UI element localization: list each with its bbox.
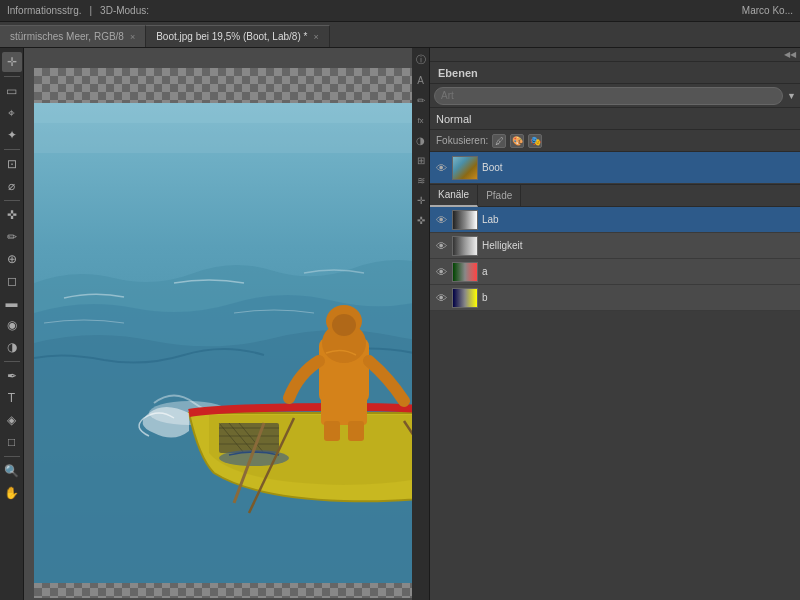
- tool-divider-3: [4, 200, 20, 201]
- svg-rect-3: [219, 423, 279, 453]
- tool-hand[interactable]: ✋: [2, 483, 22, 503]
- tool-divider-2: [4, 149, 20, 150]
- layer-thumb-boot: [452, 156, 478, 180]
- layer-filter-row: ▼: [430, 84, 800, 108]
- layers-panel: Ebenen ▼ Normal Fokusieren: 🖊 🎨 🎭: [430, 62, 800, 185]
- blend-mode-row: Normal: [430, 108, 800, 130]
- kanal-thumb-b: [452, 288, 478, 308]
- layer-thumb-boot-img: [453, 157, 477, 179]
- kanal-thumb-a: [452, 262, 478, 282]
- svg-rect-14: [321, 395, 367, 425]
- filter-dropdown-icon[interactable]: ▼: [787, 91, 796, 101]
- left-toolbar: ✛ ▭ ⌖ ✦ ⊡ ⌀ ✜ ✏ ⊕ ◻ ▬ ◉ ◑ ✒ T ◈ □ 🔍 ✋: [0, 48, 24, 600]
- svg-rect-15: [324, 421, 340, 441]
- focus-row: Fokusieren: 🖊 🎨 🎭: [430, 130, 800, 152]
- layer-eye-boot[interactable]: 👁: [434, 161, 448, 175]
- kanal-name-helligkeit: Helligkeit: [482, 240, 796, 251]
- kanal-name-b: b: [482, 292, 796, 303]
- tool3-icon[interactable]: ✛: [413, 192, 429, 208]
- tab-kanaele[interactable]: Kanäle: [430, 185, 478, 207]
- kanaele-panel: Kanäle Pfade 👁 Lab 👁 H: [430, 185, 800, 600]
- tab1-close[interactable]: ×: [130, 32, 135, 42]
- kanal-eye-a[interactable]: 👁: [434, 266, 448, 278]
- focus-icon-mask[interactable]: 🎭: [528, 134, 542, 148]
- tool-zoom[interactable]: 🔍: [2, 461, 22, 481]
- kanal-thumb-helligkeit: [452, 236, 478, 256]
- kanal-name-a: a: [482, 266, 796, 277]
- tool-text[interactable]: T: [2, 388, 22, 408]
- svg-rect-16: [348, 421, 364, 441]
- focus-icon-brush[interactable]: 🖊: [492, 134, 506, 148]
- canvas-area[interactable]: →|: 0 Px ↓: 255 Px ↗: [24, 48, 412, 600]
- tool-shape[interactable]: □: [2, 432, 22, 452]
- kanal-thumb-b-img: [453, 289, 477, 307]
- tab2-label: Boot.jpg bei 19,5% (Boot, Lab/8) *: [156, 31, 307, 42]
- toolbar-separator: |: [86, 5, 95, 16]
- tool-spot-heal[interactable]: ✜: [2, 205, 22, 225]
- svg-rect-18: [34, 103, 412, 123]
- info-icon[interactable]: ⓘ: [413, 52, 429, 68]
- layers-panel-title: Ebenen: [438, 67, 478, 79]
- adjust2-icon[interactable]: ◑: [413, 132, 429, 148]
- tool-select-rect[interactable]: ▭: [2, 81, 22, 101]
- top-toolbar: Informationsstrg. | 3D-Modus: Marco Ko..…: [0, 0, 800, 22]
- focus-icon-paint[interactable]: 🎨: [510, 134, 524, 148]
- tool-divider-1: [4, 76, 20, 77]
- tool-divider-4: [4, 361, 20, 362]
- toolbar-right: Marco Ko...: [739, 5, 796, 16]
- tab2-close[interactable]: ×: [313, 32, 318, 42]
- kanal-thumb-lab-img: [453, 211, 477, 229]
- tool-divider-5: [4, 456, 20, 457]
- tool-brush[interactable]: ✏: [2, 227, 22, 247]
- tool-gradient[interactable]: ▬: [2, 293, 22, 313]
- tool-crop[interactable]: ⊡: [2, 154, 22, 174]
- type-icon[interactable]: A: [413, 72, 429, 88]
- layer-item-boot[interactable]: 👁 Boot: [430, 152, 800, 184]
- tool-eraser[interactable]: ◻: [2, 271, 22, 291]
- layers-panel-header: Ebenen: [430, 62, 800, 84]
- tool-eyedropper[interactable]: ⌀: [2, 176, 22, 196]
- tab-pfade[interactable]: Pfade: [478, 185, 521, 207]
- main-layout: ✛ ▭ ⌖ ✦ ⊡ ⌀ ✜ ✏ ⊕ ◻ ▬ ◉ ◑ ✒ T ◈ □ 🔍 ✋: [0, 48, 800, 600]
- kanal-eye-helligkeit[interactable]: 👁: [434, 240, 448, 252]
- kanal-row-a[interactable]: 👁 a: [430, 259, 800, 285]
- kanal-thumb-lab: [452, 210, 478, 230]
- focus-label: Fokusieren:: [436, 135, 488, 146]
- tab1-label: stürmisches Meer, RGB/8: [10, 31, 124, 42]
- toolbar-items: 3D-Modus:: [97, 5, 152, 16]
- layer-filter-input[interactable]: [434, 87, 783, 105]
- fx-icon[interactable]: fx: [413, 112, 429, 128]
- tab-stuermisches[interactable]: stürmisches Meer, RGB/8 ×: [0, 25, 146, 47]
- kanal-eye-b[interactable]: 👁: [434, 292, 448, 304]
- tool-path-select[interactable]: ◈: [2, 410, 22, 430]
- tool-magic-wand[interactable]: ✦: [2, 125, 22, 145]
- layer-name-boot: Boot: [482, 162, 796, 173]
- grid2-icon[interactable]: ⊞: [413, 152, 429, 168]
- panels-col: ◀◀ Ebenen ▼ Normal Fokusieren:: [430, 48, 800, 600]
- kanal-row-b[interactable]: 👁 b: [430, 285, 800, 311]
- tool-clone-stamp[interactable]: ⊕: [2, 249, 22, 269]
- tabs-row: stürmisches Meer, RGB/8 × Boot.jpg bei 1…: [0, 22, 800, 48]
- kanal-thumb-a-img: [453, 263, 477, 281]
- panel-expand-top[interactable]: ◀◀: [430, 48, 800, 62]
- filter2-icon[interactable]: ≋: [413, 172, 429, 188]
- tool4-icon[interactable]: ✜: [413, 212, 429, 228]
- right-section: ⓘ A ✏ fx ◑ ⊞ ≋ ✛ ✜ ◀◀ Ebenen: [412, 48, 800, 600]
- expand-top-icon: ◀◀: [784, 50, 796, 59]
- brush2-icon[interactable]: ✏: [413, 92, 429, 108]
- toolbar-info: Informationsstrg.: [4, 5, 84, 16]
- canvas-image[interactable]: →|: 0 Px ↓: 255 Px ↗: [34, 103, 412, 583]
- kanal-row-lab[interactable]: 👁 Lab: [430, 207, 800, 233]
- tool-pen[interactable]: ✒: [2, 366, 22, 386]
- tab-boot[interactable]: Boot.jpg bei 19,5% (Boot, Lab/8) * ×: [146, 25, 329, 47]
- canvas-svg: [34, 103, 412, 583]
- tool-dodge[interactable]: ◑: [2, 337, 22, 357]
- tool-blur[interactable]: ◉: [2, 315, 22, 335]
- kanal-thumb-helligkeit-img: [453, 237, 477, 255]
- tool-lasso[interactable]: ⌖: [2, 103, 22, 123]
- kanal-name-lab: Lab: [482, 214, 796, 225]
- kanaele-tabs: Kanäle Pfade: [430, 185, 800, 207]
- tool-move[interactable]: ✛: [2, 52, 22, 72]
- kanal-row-helligkeit[interactable]: 👁 Helligkeit: [430, 233, 800, 259]
- kanal-eye-lab[interactable]: 👁: [434, 214, 448, 226]
